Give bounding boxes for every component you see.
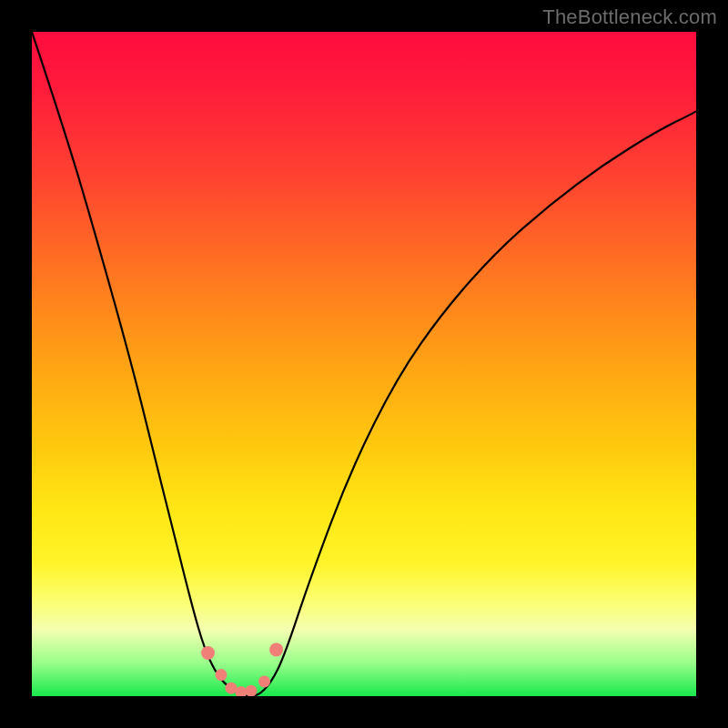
plot-area [32, 32, 696, 696]
chart-frame: TheBottleneck.com [0, 0, 728, 728]
bottleneck-curve-line [32, 32, 696, 696]
valley-marker-dot [216, 669, 228, 681]
curve-svg [32, 32, 696, 696]
valley-marker-dot [245, 685, 257, 696]
valley-marker-dot [201, 646, 215, 660]
valley-marker-group [201, 642, 283, 696]
watermark-text: TheBottleneck.com [542, 5, 717, 29]
valley-marker-dot [269, 642, 283, 656]
valley-marker-dot [258, 675, 270, 687]
